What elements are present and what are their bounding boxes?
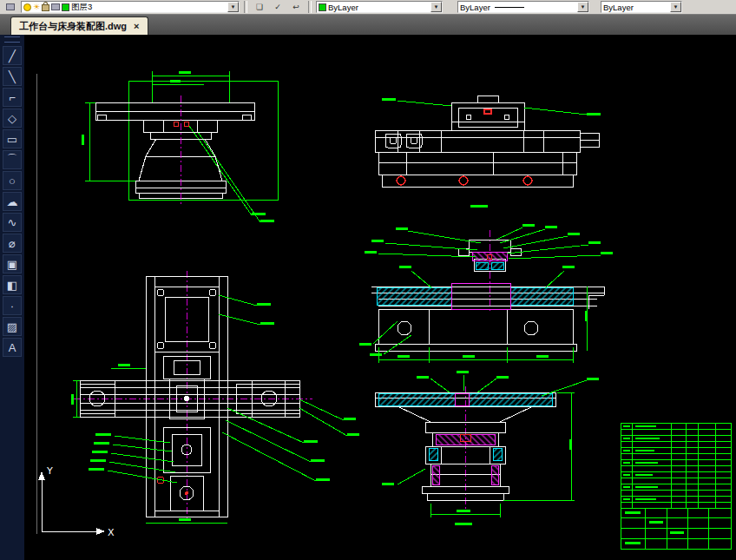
view-front: [82, 71, 278, 222]
view-section-cross: [375, 371, 599, 525]
color-combo-arrow[interactable]: ▼: [430, 2, 442, 12]
spline-tool[interactable]: ∿: [3, 213, 22, 232]
ellipse-tool[interactable]: ⌀: [3, 234, 22, 253]
document-tab-label: 工作台与床身装配图.dwg: [19, 20, 127, 33]
view-side: [375, 96, 601, 208]
construction-line-tool[interactable]: ╲: [3, 67, 22, 86]
current-color-label: ByLayer: [328, 3, 358, 12]
hatch-tool[interactable]: ▨: [3, 317, 22, 336]
current-linetype-label: ByLayer: [460, 3, 490, 12]
draw-toolbar: ╱ ╲ ⌐ ◇ ▭ ⌒ ○ ☁ ∿ ⌀ ▣ ◧ ∙ ▨ A: [0, 35, 24, 560]
view-plan: [71, 271, 359, 523]
toolbar-separator: [308, 1, 312, 13]
color-combo[interactable]: ByLayer ▼: [316, 1, 443, 13]
tab-close-icon[interactable]: ×: [134, 21, 139, 31]
title-block: [621, 423, 731, 549]
insert-block-tool[interactable]: ▣: [3, 254, 22, 273]
lineweight-combo-arrow[interactable]: ▼: [670, 2, 681, 12]
layer-name: 图层3: [71, 2, 92, 13]
printer-icon: [51, 3, 60, 10]
main-area: ╱ ╲ ⌐ ◇ ▭ ⌒ ○ ☁ ∿ ⌀ ▣ ◧ ∙ ▨ A: [0, 35, 736, 560]
linetype-combo[interactable]: ByLayer ▼: [457, 1, 589, 13]
layer-combo[interactable]: ☀ 图层3 ▼: [21, 1, 240, 13]
lightbulb-icon: [23, 3, 31, 11]
layer-previous-button[interactable]: ↩: [288, 1, 304, 13]
assembly-drawing: Y X: [24, 35, 736, 560]
drawing-canvas[interactable]: Y X: [24, 35, 736, 560]
document-tabbar: 工作台与床身装配图.dwg ×: [0, 15, 736, 35]
revision-cloud-tool[interactable]: ☁: [3, 192, 22, 211]
lineweight-combo[interactable]: ByLayer ▼: [601, 1, 682, 13]
ucs-x-label: X: [108, 527, 115, 538]
linetype-combo-arrow[interactable]: ▼: [577, 2, 588, 12]
current-lineweight-label: ByLayer: [603, 3, 634, 12]
linetype-sample: [495, 7, 524, 8]
layers-icon: [6, 3, 15, 10]
arc-tool[interactable]: ⌒: [3, 150, 22, 169]
layers-button[interactable]: [3, 1, 18, 13]
point-tool[interactable]: ∙: [3, 296, 22, 315]
rectangle-tool[interactable]: ▭: [3, 129, 22, 148]
line-tool[interactable]: ╱: [3, 46, 22, 65]
autocad-window: ☀ 图层3 ▼ ❏ ✓ ↩ ByLayer ▼ ByLayer ▼ ByLaye…: [0, 0, 736, 560]
circle-tool[interactable]: ○: [3, 171, 22, 190]
layer-states-button[interactable]: ❏: [252, 1, 267, 13]
lock-icon: [42, 4, 49, 11]
polyline-tool[interactable]: ⌐: [3, 88, 22, 107]
make-block-tool[interactable]: ◧: [3, 275, 22, 294]
layer-color-swatch: [62, 3, 69, 11]
ucs-y-label: Y: [46, 465, 53, 477]
current-color-swatch: [319, 3, 326, 11]
sun-icon: ☀: [33, 3, 40, 11]
polygon-tool[interactable]: ◇: [3, 109, 22, 128]
make-current-button[interactable]: ✓: [270, 1, 286, 13]
layer-combo-arrow[interactable]: ▼: [227, 2, 239, 12]
view-section-longitudinal: [359, 224, 613, 363]
ucs-icon: Y X: [38, 465, 115, 538]
properties-toolbar: ☀ 图层3 ▼ ❏ ✓ ↩ ByLayer ▼ ByLayer ▼ ByLaye…: [0, 0, 736, 15]
toolbar-grip[interactable]: [4, 36, 20, 43]
toolbar-separator: [244, 1, 247, 13]
text-tool[interactable]: A: [3, 338, 22, 357]
document-tab[interactable]: 工作台与床身装配图.dwg ×: [10, 16, 148, 35]
